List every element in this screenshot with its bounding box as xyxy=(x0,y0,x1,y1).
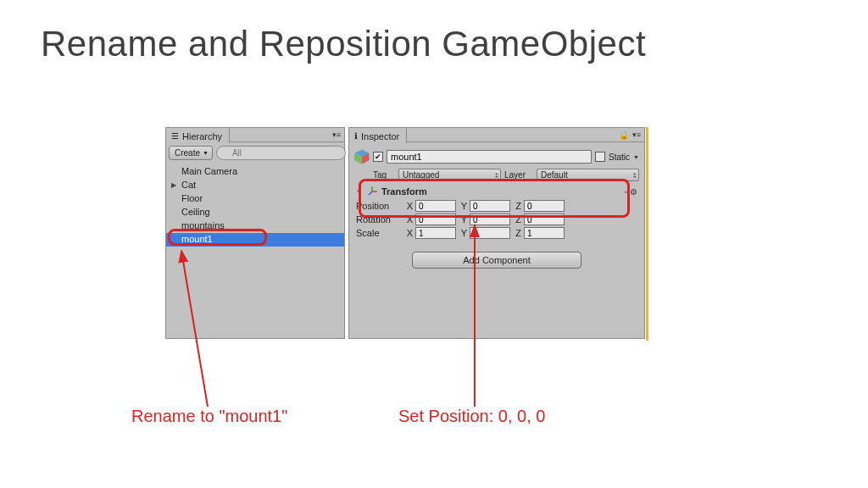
transform-title: Transform xyxy=(381,186,427,197)
add-component-button[interactable]: Add Component xyxy=(412,252,581,269)
hierarchy-item-mount1[interactable]: mount1 xyxy=(166,233,344,247)
rot-y-label: Y xyxy=(459,214,467,225)
scale-row: Scale X Y Z xyxy=(354,226,639,240)
position-y-input[interactable] xyxy=(470,200,510,212)
hierarchy-search-input[interactable] xyxy=(216,146,346,160)
svg-line-6 xyxy=(369,191,372,195)
annotation-setpos: Set Position: 0, 0, 0 xyxy=(398,407,545,426)
inspector-panel: ℹ Inspector 🔒 ▾≡ ✔ Static ▼ Tag Untagged… xyxy=(348,127,645,339)
inspector-body: ✔ Static ▼ Tag Untagged ‡ Layer Default … xyxy=(349,145,644,338)
inspector-panel-menu[interactable]: 🔒 ▾≡ xyxy=(619,130,641,140)
scl-z-label: Z xyxy=(513,228,521,238)
expand-caret-icon[interactable]: ▶ xyxy=(171,181,176,189)
hierarchy-item-label: Main Camera xyxy=(181,166,237,176)
transform-axes-icon xyxy=(366,186,378,197)
static-label: Static xyxy=(609,152,630,162)
layer-dropdown[interactable]: Default ‡ xyxy=(537,169,639,181)
rotation-x-input[interactable] xyxy=(415,214,456,225)
slide-title: Rename and Reposition GameObject xyxy=(41,24,646,64)
annotation-rename: Rename to "mount1" xyxy=(131,407,287,426)
scale-z-input[interactable] xyxy=(524,227,565,239)
hierarchy-item-mountains[interactable]: mountains xyxy=(166,219,344,233)
gameobject-cube-icon[interactable] xyxy=(354,149,370,164)
hierarchy-item-label: Ceiling xyxy=(181,207,210,217)
scale-label: Scale xyxy=(356,228,402,238)
hierarchy-item-label: Floor xyxy=(181,193,203,203)
pos-x-label: X xyxy=(404,201,413,211)
hierarchy-tab-label: Hierarchy xyxy=(182,131,222,141)
lock-icon: 🔒 xyxy=(619,130,629,140)
hierarchy-item-label: Cat xyxy=(181,180,196,190)
pos-z-label: Z xyxy=(513,201,521,211)
static-checkbox[interactable] xyxy=(595,152,605,162)
position-z-input[interactable] xyxy=(524,200,565,212)
tag-label: Tag xyxy=(373,170,395,180)
rotation-y-input[interactable] xyxy=(470,214,510,225)
info-icon: ℹ xyxy=(354,131,358,141)
hierarchy-list: Main Camera▶CatFloorCeilingmountainsmoun… xyxy=(166,164,344,338)
position-x-input[interactable] xyxy=(415,200,456,212)
help-icon[interactable]: ▫ xyxy=(624,187,627,197)
dropdown-caret-icon: ▼ xyxy=(203,150,209,156)
editor-screenshot: ☰ Hierarchy ▾≡ Create ▼ 🔍 Main Camera▶Ca… xyxy=(165,127,648,341)
panel-menu-icon[interactable]: ▾≡ xyxy=(332,130,341,139)
hierarchy-panel: ☰ Hierarchy ▾≡ Create ▼ 🔍 Main Camera▶Ca… xyxy=(165,127,345,339)
hierarchy-item-cat[interactable]: ▶Cat xyxy=(166,179,344,192)
updown-caret-icon: ‡ xyxy=(633,172,635,178)
transform-header[interactable]: ▼ Transform ▫ ⚙ xyxy=(354,184,639,199)
tag-dropdown[interactable]: Untagged ‡ xyxy=(398,169,501,181)
enabled-checkbox[interactable]: ✔ xyxy=(373,152,383,162)
add-component-label: Add Component xyxy=(463,255,531,265)
scl-x-label: X xyxy=(404,228,413,238)
hierarchy-tab[interactable]: ☰ Hierarchy xyxy=(166,128,230,143)
tag-value: Untagged xyxy=(403,170,439,180)
scl-y-label: Y xyxy=(459,228,467,238)
rotation-label: Rotation xyxy=(356,214,402,225)
create-button[interactable]: Create ▼ xyxy=(169,146,213,160)
position-label: Position xyxy=(356,201,402,211)
rotation-row: Rotation X Y Z xyxy=(354,213,639,226)
hierarchy-icon: ☰ xyxy=(171,131,179,141)
hierarchy-item-ceiling[interactable]: Ceiling xyxy=(166,206,344,219)
inspector-tab[interactable]: ℹ Inspector xyxy=(349,128,407,143)
layer-label: Layer xyxy=(504,170,533,180)
scale-y-input[interactable] xyxy=(470,227,510,239)
hierarchy-item-label: mountains xyxy=(181,220,225,230)
updown-caret-icon: ‡ xyxy=(495,172,497,178)
layer-value: Default xyxy=(541,170,568,180)
static-dropdown-icon[interactable]: ▼ xyxy=(633,154,639,160)
object-name-input[interactable] xyxy=(387,150,592,164)
position-row: Position X Y Z xyxy=(354,199,639,213)
gear-icon[interactable]: ⚙ xyxy=(630,187,637,197)
create-label: Create xyxy=(175,148,200,158)
hierarchy-item-label: mount1 xyxy=(181,234,213,244)
pos-y-label: Y xyxy=(459,201,467,211)
hierarchy-item-floor[interactable]: Floor xyxy=(166,192,344,206)
rotation-z-input[interactable] xyxy=(524,214,565,225)
rot-x-label: X xyxy=(404,214,413,225)
fold-caret-icon: ▼ xyxy=(356,188,363,196)
hierarchy-item-main-camera[interactable]: Main Camera xyxy=(166,165,344,179)
inspector-tab-label: Inspector xyxy=(361,131,399,141)
scale-x-input[interactable] xyxy=(415,227,456,239)
hierarchy-toolbar: Create ▼ 🔍 xyxy=(169,145,342,161)
rot-z-label: Z xyxy=(513,214,521,225)
